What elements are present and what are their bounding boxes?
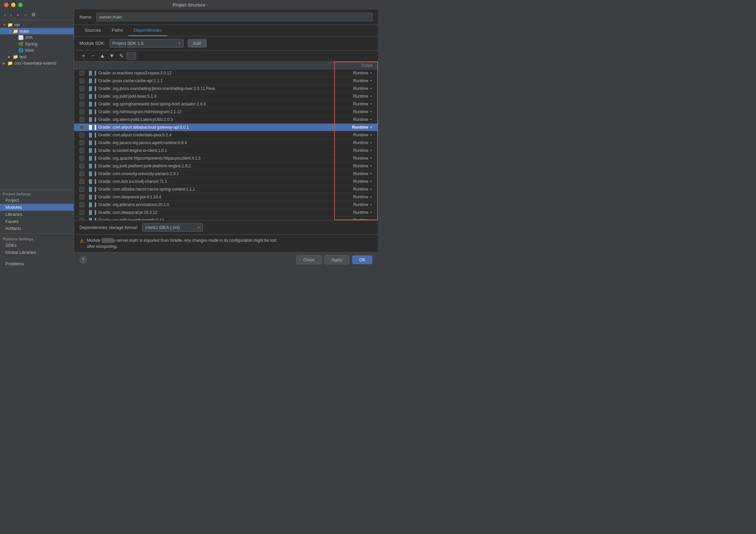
scope-dropdown-1[interactable]: Runtime ▼ [339, 71, 373, 75]
dep-row-18[interactable]: ▐▌▐ Gradle: org.jetbrains:annotations:20… [74, 201, 378, 209]
sidebar-item-sdks[interactable]: SDKs [0, 242, 74, 249]
tab-dependencies[interactable]: Dependencies [128, 25, 167, 36]
scope-dropdown-9[interactable]: Runtime ▼ [339, 133, 373, 137]
sidebar-item-project[interactable]: Project [0, 197, 74, 204]
dep-row-1[interactable]: ▐▌▐ Gradle: io.reactivex.rxjava3:rxjava:… [74, 69, 378, 77]
scope-dropdown-5[interactable]: Runtime ▼ [339, 102, 373, 106]
sidebar-item-libraries[interactable]: Libraries [0, 211, 74, 218]
dep-checkbox-11[interactable] [80, 148, 84, 153]
tree-jpa-item[interactable]: ⬜ JPA [0, 34, 74, 41]
sidebar-item-artifacts[interactable]: Artifacts [0, 225, 74, 232]
add-dep-button[interactable]: + [80, 52, 88, 60]
minimize-button[interactable] [11, 3, 15, 7]
dep-row-10[interactable]: ▐▌▐ Gradle: org.jacoco:org.jacoco.agent:… [74, 139, 378, 147]
add-module-button[interactable]: + [15, 11, 21, 18]
scope-dropdown-12[interactable]: Runtime ▼ [339, 156, 373, 161]
dep-row-2[interactable]: ▐▌▐ Gradle: javax.cache:cache-api:1.1.1 … [74, 77, 378, 85]
tab-sources[interactable]: Sources [80, 25, 106, 36]
scope-dropdown-8[interactable]: Runtime ▼ [339, 125, 373, 130]
close-dialog-button[interactable]: Close [296, 255, 321, 264]
apply-button[interactable]: Apply [324, 255, 350, 264]
tree-crcc-item[interactable]: ▶ 📁 crcc-basedata-extend [0, 60, 74, 66]
scope-dropdown-16[interactable]: Runtime ▼ [339, 187, 373, 192]
move-up-button[interactable]: ▲ [98, 52, 106, 60]
remove-module-button[interactable]: − [23, 11, 28, 18]
dep-checkbox-13[interactable] [80, 164, 84, 168]
dep-row-7[interactable]: ▐▌▐ Gradle: org.latencyutils:LatencyUtil… [74, 116, 378, 124]
scope-dropdown-4[interactable]: Runtime ▼ [339, 94, 373, 99]
scope-dropdown-6[interactable]: Runtime ▼ [339, 109, 373, 114]
tree-main-item[interactable]: ▼ 📁 main [0, 28, 74, 34]
edit-dep-button[interactable]: ✎ [117, 52, 125, 60]
dep-checkbox-12[interactable] [80, 156, 84, 161]
sdk-select[interactable]: Project SDK 1.8 [109, 39, 184, 47]
scope-dropdown-13[interactable]: Runtime ▼ [339, 164, 373, 168]
scope-dropdown-11[interactable]: Runtime ▼ [339, 148, 373, 153]
maximize-button[interactable] [18, 3, 23, 7]
scope-dropdown-18[interactable]: Runtime ▼ [339, 202, 373, 207]
tree-test-item[interactable]: ▶ 📁 test [0, 54, 74, 60]
dep-checkbox-9[interactable] [80, 133, 84, 137]
sidebar-item-facets[interactable]: Facets [0, 218, 74, 225]
dep-row-14[interactable]: ▐▌▐ Gradle: com.univocity:univocity-pars… [74, 170, 378, 178]
dep-checkbox-2[interactable] [80, 78, 84, 83]
tab-paths[interactable]: Paths [106, 25, 128, 36]
scope-dropdown-2[interactable]: Runtime ▼ [339, 78, 373, 83]
tree-root-item[interactable]: ▼ 📁 ver [0, 22, 74, 28]
storage-select[interactable]: IntelliJ IDEA (.iml) Gradle Maven [142, 223, 203, 232]
nav-forward-button[interactable]: › [9, 11, 13, 18]
scope-dropdown-19[interactable]: Runtime ▼ [339, 210, 373, 215]
dep-checkbox-15[interactable] [80, 179, 84, 184]
deps-search-input[interactable] [127, 52, 136, 60]
scope-dropdown-17[interactable]: Runtime ▼ [339, 195, 373, 199]
scope-dropdown-3[interactable]: Runtime ▼ [339, 86, 373, 91]
dep-checkbox-7[interactable] [80, 117, 84, 122]
dep-row-20[interactable]: ▐▌▐ Gradle: org.iq80.leveldb:leveldb:0.1… [74, 216, 378, 220]
nav-back-button[interactable]: ‹ [3, 11, 7, 18]
dep-checkbox-1[interactable] [80, 71, 84, 75]
dep-checkbox-19[interactable] [80, 210, 84, 215]
name-input[interactable] [96, 13, 373, 21]
dep-row-9[interactable]: ▐▌▐ Gradle: com.aliyun:credentials-java:… [74, 131, 378, 139]
help-button[interactable]: ? [80, 256, 87, 264]
dep-row-19[interactable]: ▐▌▐ Gradle: com.sleepycat:je:18.3.12 Run… [74, 209, 378, 216]
move-down-button[interactable]: ▼ [108, 52, 116, 60]
sidebar-item-global-libraries[interactable]: Global Libraries [0, 249, 74, 256]
tree-web-item[interactable]: 🌐 Web [0, 47, 74, 54]
dep-row-5[interactable]: ▐▌▐ Gradle: org.springframework.boot:spr… [74, 100, 378, 108]
close-button[interactable] [4, 3, 8, 7]
tree-spring-item[interactable]: 🌿 Spring [0, 41, 74, 47]
deps-table[interactable]: ▐▌▐ Gradle: io.reactivex.rxjava3:rxjava:… [74, 69, 378, 220]
dep-row-17[interactable]: ▐▌▐ Gradle: com.deepoove:poi-tl:1.10.4 R… [74, 193, 378, 201]
remove-dep-button[interactable]: − [89, 52, 97, 60]
dep-row-16[interactable]: ▐▌▐ Gradle: com.alibaba.nacos:nacos-spri… [74, 186, 378, 193]
dep-checkbox-5[interactable] [80, 102, 84, 106]
scope-dropdown-20[interactable]: Runtime ▼ [339, 218, 373, 220]
sdk-edit-button[interactable]: Edit [188, 39, 207, 47]
dep-row-4[interactable]: ▐▌▐ Gradle: org.jodd:jodd-bean:5.1.6 Run… [74, 93, 378, 100]
dep-checkbox-10[interactable] [80, 140, 84, 145]
dep-row-11[interactable]: ▐▌▐ Gradle: io.socket:engine.io-client:1… [74, 147, 378, 155]
dep-checkbox-20[interactable] [80, 218, 84, 220]
sidebar-item-problems[interactable]: Problems [0, 256, 74, 267]
copy-module-button[interactable]: ⧉ [30, 11, 36, 18]
dep-checkbox-3[interactable] [80, 86, 84, 91]
dep-row-15[interactable]: ▐▌▐ Gradle: com.ibm.icu:icu4j-charset:71… [74, 178, 378, 186]
dep-row-12[interactable]: ▐▌▐ Gradle: org.apache.httpcomponents:ht… [74, 155, 378, 162]
dep-row-8[interactable]: ▐▌▐ Gradle: com.aliyun:alibabacloud-gate… [74, 124, 378, 131]
dep-checkbox-14[interactable] [80, 171, 84, 176]
dep-row-3[interactable]: ▐▌▐ Gradle: org.jboss.marshalling:jboss-… [74, 85, 378, 93]
dep-row-13[interactable]: ▐▌▐ Gradle: org.junit.platform:junit-pla… [74, 162, 378, 170]
scope-dropdown-10[interactable]: Runtime ▼ [339, 140, 373, 145]
dep-checkbox-4[interactable] [80, 94, 84, 99]
scope-dropdown-15[interactable]: Runtime ▼ [339, 179, 373, 184]
scope-dropdown-14[interactable]: Runtime ▼ [339, 171, 373, 176]
scope-dropdown-7[interactable]: Runtime ▼ [339, 117, 373, 122]
sidebar-item-modules[interactable]: Modules [0, 204, 74, 211]
dep-row-6[interactable]: ▐▌▐ Gradle: org.hdrhistogram:HdrHistogra… [74, 108, 378, 116]
dep-checkbox-16[interactable] [80, 187, 84, 192]
dep-checkbox-6[interactable] [80, 109, 84, 114]
ok-button[interactable]: OK [352, 255, 373, 264]
dep-checkbox-18[interactable] [80, 202, 84, 207]
dep-checkbox-8[interactable] [80, 125, 84, 130]
